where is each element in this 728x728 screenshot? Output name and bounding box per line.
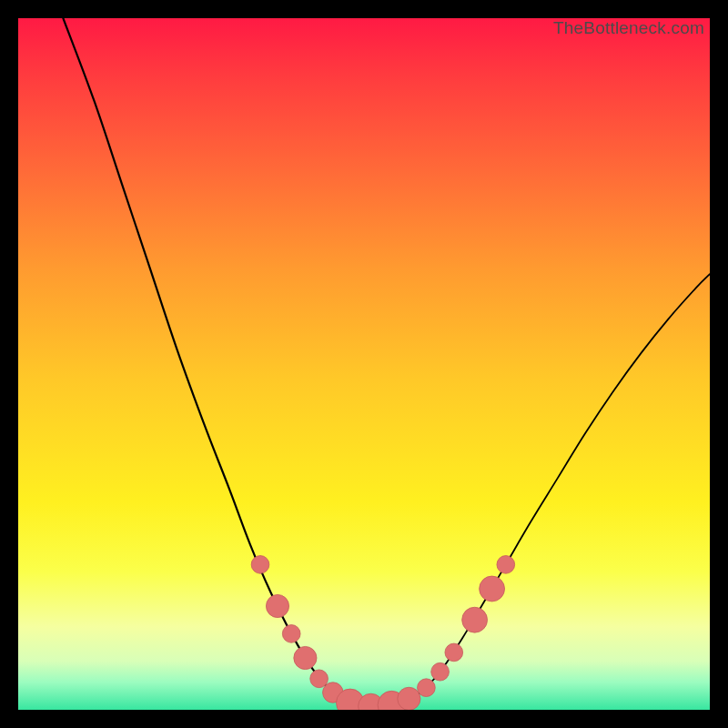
data-marker xyxy=(445,643,463,662)
data-marker xyxy=(398,687,420,710)
data-marker xyxy=(266,594,288,617)
chart-frame: TheBottleneck.com xyxy=(18,18,710,710)
data-marker xyxy=(497,556,515,574)
data-marker xyxy=(282,625,300,643)
plot-svg xyxy=(18,18,710,710)
data-marker xyxy=(418,679,436,697)
data-marker xyxy=(431,662,450,681)
data-marker xyxy=(251,556,269,574)
data-marker xyxy=(462,607,488,632)
data-marker xyxy=(480,576,505,602)
data-marker xyxy=(294,646,317,669)
data-marker xyxy=(310,670,329,688)
curve-right xyxy=(378,274,710,707)
curve-left xyxy=(63,18,378,707)
markers-group xyxy=(251,556,514,710)
